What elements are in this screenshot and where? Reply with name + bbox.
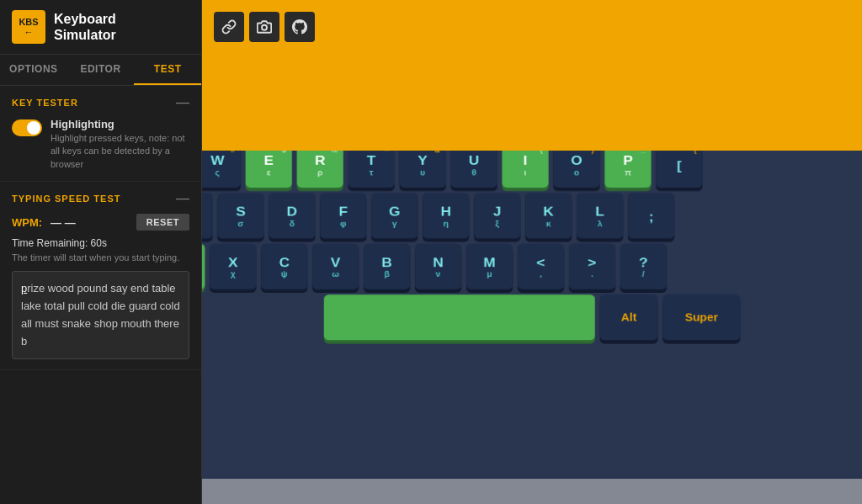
key-a[interactable]: A α [202,193,213,238]
key-comma[interactable]: < , [518,244,564,289]
highlighting-desc: Highlight pressed keys, note: not all ke… [51,132,189,171]
typing-speed-title: TYPING SPEED TEST [12,194,120,204]
remaining-text: rize wood pound say end table lake total… [21,282,180,347]
key-l[interactable]: L λ [577,193,623,238]
sidebar: KBS← Keyboard Simulator OPTIONS EDITOR T… [0,0,202,504]
key-v[interactable]: V ω [312,244,359,289]
key-tester-section: KEY TESTER — Highlighting Highlight pres… [0,86,201,182]
link-button[interactable] [214,12,244,42]
key-p[interactable]: _ P π [604,151,651,188]
highlighting-toggle-row: Highlighting Highlight pressed keys, not… [12,118,189,171]
toggle-track[interactable] [12,119,42,136]
highlighting-label: Highlighting [51,118,189,130]
key-s[interactable]: S σ [217,193,263,238]
reset-button[interactable]: RESET [136,214,189,231]
logo-abbr: KBS← [19,17,38,37]
nav-tabs: OPTIONS EDITOR TEST [0,55,201,86]
highlighting-info: Highlighting Highlight pressed keys, not… [51,118,189,171]
typing-speed-header: TYPING SPEED TEST — [12,192,189,205]
keyboard-row-4: Alt Super [202,294,862,340]
toggle-thumb [27,121,40,135]
camera-button[interactable] [249,12,279,42]
svg-point-0 [262,25,267,30]
key-bracket-left[interactable]: { [ [656,151,702,188]
key-colon[interactable]: ; [628,193,674,238]
key-t[interactable]: ^ T τ [349,151,395,188]
keyboard-bottom-bar [202,479,862,504]
logo-box: KBS← [12,10,45,44]
key-g[interactable]: G γ [371,193,418,238]
key-space[interactable] [324,294,595,340]
typing-speed-collapse[interactable]: — [176,192,189,205]
key-tester-title: KEY TESTER [12,98,78,108]
key-w[interactable]: # W ς [202,151,241,188]
toolbar [214,12,315,42]
main-content: @ ; ς # W ς $ E ε % R ρ [202,0,862,504]
key-n[interactable]: N ν [415,244,461,289]
keyboard-row-2: A α S σ D δ F φ G γ [202,193,862,238]
tab-test[interactable]: TEST [134,55,201,85]
highlighting-toggle[interactable] [12,119,42,136]
key-x[interactable]: X χ [210,244,256,289]
key-j[interactable]: J ξ [474,193,520,238]
timer-hint: The timer will start when you start typi… [12,252,189,263]
key-z[interactable]: ZZ ζ [202,244,205,289]
app-title: Keyboard Simulator [54,11,116,43]
key-i[interactable]: ( I ι [502,151,548,188]
logo-area: KBS← Keyboard Simulator [0,0,201,55]
wpm-row: WPM: — — RESET [12,214,189,231]
key-y[interactable]: & Y υ [399,151,445,188]
key-b[interactable]: B β [364,244,410,289]
key-f[interactable]: F φ [320,193,366,238]
key-tester-header: KEY TESTER — [12,96,189,109]
key-h[interactable]: H η [423,193,469,238]
time-remaining: Time Remaining: 60s [12,237,189,249]
key-super[interactable]: Super [662,294,740,340]
key-m[interactable]: M μ [466,244,513,289]
key-period[interactable]: > . [569,244,615,289]
keyboard-container: @ ; ς # W ς $ E ε % R ρ [202,151,862,504]
key-r[interactable]: % R ρ [297,151,343,188]
key-c[interactable]: C ψ [261,244,307,289]
key-o[interactable]: ) O ο [553,151,599,188]
tab-editor[interactable]: EDITOR [67,55,135,85]
key-e[interactable]: $ E ε [246,151,292,188]
key-d[interactable]: D δ [269,193,315,238]
github-button[interactable] [285,12,315,42]
keyboard-row-3: ZZ ζ X χ C ψ V ω B β [202,244,862,289]
tab-options[interactable]: OPTIONS [0,55,67,85]
typing-text-box[interactable]: prize wood pound say end table lake tota… [12,271,189,359]
keyboard-row-1: @ ; ς # W ς $ E ε % R ρ [202,151,862,188]
key-k[interactable]: K κ [525,193,572,238]
key-alt[interactable]: Alt [600,294,658,340]
key-tester-collapse[interactable]: — [176,96,189,109]
wpm-label: WPM: [12,216,42,229]
key-u[interactable]: * U θ [450,151,497,188]
key-slash[interactable]: ? / [620,244,667,289]
wpm-value: — — [51,216,128,229]
keyboard-visual: @ ; ς # W ς $ E ε % R ρ [202,151,862,504]
typing-speed-section: TYPING SPEED TEST — WPM: — — RESET Time … [0,182,201,370]
